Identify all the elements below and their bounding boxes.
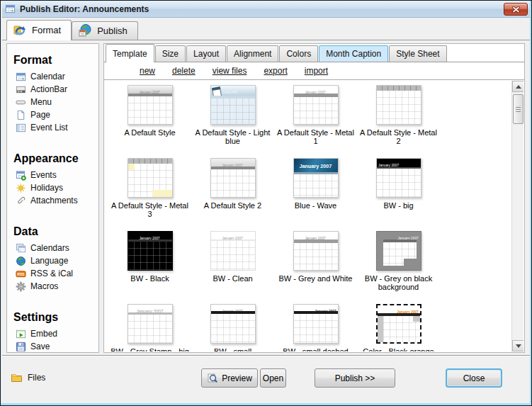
template-gallery: January 2007 A Default Style JANUARY A D… xyxy=(105,81,523,351)
thumb-caption: January 2007 xyxy=(294,232,338,239)
template-label: BW - big xyxy=(357,201,440,210)
sidebar-item-menu[interactable]: Menu xyxy=(7,96,98,108)
subtab-template[interactable]: Template xyxy=(106,44,154,62)
template-item[interactable]: January 2007 BW - small xyxy=(191,304,274,351)
template-item[interactable]: January 2007 BW - Grey and White xyxy=(274,231,357,304)
subtab-layout[interactable]: Layout xyxy=(186,45,226,62)
template-item[interactable]: January 2007 BW - Clean xyxy=(191,231,274,304)
subtab-style-sheet[interactable]: Style Sheet xyxy=(389,45,446,62)
template-item[interactable]: January 2007 BW - Grey Stamp - big xyxy=(108,304,191,351)
thumb-caption: January 2007 xyxy=(377,159,421,167)
sidebar-item-language[interactable]: Language xyxy=(7,254,98,267)
link-new[interactable]: new xyxy=(140,66,155,76)
thumbnail-scrollbar[interactable] xyxy=(511,81,523,351)
template-item[interactable]: January 2007 A Default Style xyxy=(108,85,191,158)
sidebar-item-holidays[interactable]: Holidays xyxy=(7,181,98,194)
thumb-caption: January 2007 xyxy=(211,232,255,239)
thumb-grid xyxy=(377,91,421,124)
template-thumbnail: January 2007 xyxy=(293,158,339,198)
sidebar-item-page[interactable]: Page xyxy=(7,108,98,121)
template-item[interactable]: JANUARY A Default Style - Light blue xyxy=(191,85,274,158)
tab-publish-label: Publish xyxy=(97,26,128,36)
calendars-icon xyxy=(16,243,26,254)
template-item[interactable]: January 2007 A Default Style - Metal 1 xyxy=(274,85,357,158)
tab-format[interactable]: Format xyxy=(6,20,72,40)
thumb-grid xyxy=(128,164,172,197)
scroll-up-button[interactable] xyxy=(512,81,523,92)
sidebar-item-rss-ical[interactable]: RSS RSS & iCal xyxy=(7,267,98,280)
thumb-caption: January 2007 xyxy=(211,305,255,311)
template-thumbnail: January 2007 xyxy=(293,85,339,125)
scroll-down-button[interactable] xyxy=(512,340,523,351)
template-item[interactable]: A Default Style - Metal 2 xyxy=(357,85,440,158)
sidebar-item-label: Calendars xyxy=(30,243,69,253)
thumb-grid xyxy=(211,314,255,343)
template-thumbnail: January 2007 xyxy=(210,158,256,198)
tab-format-label: Format xyxy=(32,25,61,35)
tab-publish[interactable]: Publish xyxy=(72,21,138,40)
sidebar-item-attachments[interactable]: Attachments xyxy=(7,194,98,207)
sidebar-item-event-list[interactable]: Event List xyxy=(7,121,98,134)
publish-tab-icon xyxy=(78,23,92,38)
files-label: Files xyxy=(28,373,45,383)
thumb-caption: January 2007 xyxy=(294,86,338,94)
template-item[interactable]: A Default Style - Metal 3 xyxy=(108,158,191,231)
sidebar-item-label: Save xyxy=(30,342,50,351)
subtab-month-caption[interactable]: Month Caption xyxy=(319,45,388,62)
template-thumbnail: January 2007 xyxy=(293,231,339,271)
scrollbar-thumb[interactable] xyxy=(513,94,523,124)
preview-button[interactable]: Preview xyxy=(201,368,258,388)
link-export[interactable]: export xyxy=(264,66,287,76)
thumb-grid xyxy=(378,316,420,342)
publish-button[interactable]: Publish >> xyxy=(315,368,395,388)
sidebar-item-calendar[interactable]: Calendar xyxy=(7,70,98,83)
sidebar-item-label: Menu xyxy=(30,97,52,107)
sidebar-item-calendars[interactable]: Calendars xyxy=(7,242,98,254)
sidebar: Format Calendar ActionBar xyxy=(6,43,99,353)
thumb-caption: January 2007 xyxy=(377,232,421,239)
template-thumbnail: January 2007 xyxy=(376,231,421,271)
sidebar-heading-settings: Settings xyxy=(13,311,98,324)
template-thumbnail: January 2007 xyxy=(128,304,173,344)
close-dialog-button[interactable]: Close xyxy=(446,368,502,388)
save-icon xyxy=(16,342,26,352)
template-item[interactable]: January 2007 Color - Black orange xyxy=(357,304,440,351)
files-shortcut[interactable]: Files xyxy=(11,372,45,383)
subtab-size[interactable]: Size xyxy=(155,45,186,62)
subtab-colors[interactable]: Colors xyxy=(279,45,318,62)
template-item[interactable]: January 2007 BW - big xyxy=(357,158,440,231)
link-view-files[interactable]: view files xyxy=(213,66,247,76)
template-item[interactable]: January 2007 BW - Grey on black backgrou… xyxy=(357,231,440,304)
sidebar-item-save[interactable]: Save xyxy=(7,340,98,353)
subtab-alignment[interactable]: Alignment xyxy=(227,45,278,62)
template-thumbnail: January 2007 xyxy=(210,304,256,344)
actionbar-icon xyxy=(16,84,26,95)
close-button[interactable] xyxy=(504,3,528,16)
main-panel: Template Size Layout Alignment Colors Mo… xyxy=(103,43,525,353)
template-item[interactable]: January 2007 A Default Style 2 xyxy=(191,158,274,231)
thumb-grid xyxy=(211,241,255,270)
sidebar-item-embed[interactable]: Embed xyxy=(7,327,98,340)
titlebar: Publish Editor: Announcements xyxy=(1,1,531,18)
sidebar-item-events[interactable]: Events xyxy=(7,169,98,181)
link-delete[interactable]: delete xyxy=(172,66,196,76)
link-import[interactable]: import xyxy=(305,66,328,76)
template-item[interactable]: January 2007 Blue - Wave xyxy=(274,158,357,231)
close-icon xyxy=(512,6,520,13)
sidebar-item-macros[interactable]: Macros xyxy=(7,280,98,293)
sidebar-item-label: Calendar xyxy=(30,72,65,81)
template-item[interactable]: January 2007 BW - Black xyxy=(108,231,191,304)
page-icon xyxy=(16,110,26,120)
open-button[interactable]: Open xyxy=(260,368,286,388)
template-label: A Default Style - Metal 2 xyxy=(357,128,440,145)
holidays-icon xyxy=(16,183,26,193)
sidebar-item-actionbar[interactable]: ActionBar xyxy=(7,83,98,96)
template-label: BW - small dashed xyxy=(274,347,357,351)
template-label: BW - Grey Stamp - big xyxy=(108,347,191,351)
thumb-grid xyxy=(294,174,338,197)
template-label: A Default Style - Metal 1 xyxy=(274,128,357,145)
template-actions: new delete view files export import xyxy=(104,62,524,80)
template-label: A Default Style 2 xyxy=(191,201,274,210)
svg-text:RSS: RSS xyxy=(17,271,25,276)
template-item[interactable]: January 2007 BW - small dashed xyxy=(274,304,357,351)
